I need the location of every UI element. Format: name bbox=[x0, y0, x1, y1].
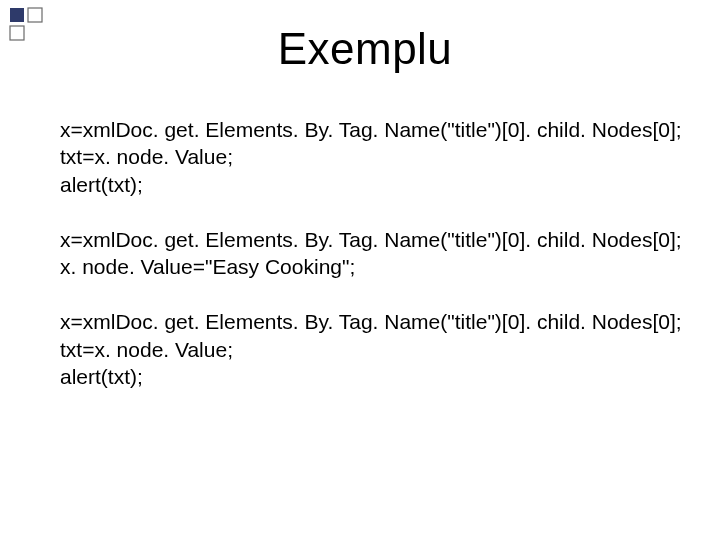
code-block-3: x=xmlDoc. get. Elements. By. Tag. Name("… bbox=[60, 308, 670, 390]
code-line: x=xmlDoc. get. Elements. By. Tag. Name("… bbox=[60, 226, 670, 253]
slide-title: Exemplu bbox=[60, 24, 670, 74]
slide-content: Exemplu x=xmlDoc. get. Elements. By. Tag… bbox=[0, 24, 720, 390]
code-line: alert(txt); bbox=[60, 363, 670, 390]
svg-rect-1 bbox=[28, 8, 42, 22]
svg-rect-0 bbox=[10, 8, 24, 22]
code-line: txt=x. node. Value; bbox=[60, 143, 670, 170]
corner-decoration-icon bbox=[8, 6, 48, 46]
code-block-2: x=xmlDoc. get. Elements. By. Tag. Name("… bbox=[60, 226, 670, 281]
code-line: alert(txt); bbox=[60, 171, 670, 198]
code-line: x=xmlDoc. get. Elements. By. Tag. Name("… bbox=[60, 116, 670, 143]
code-line: x. node. Value="Easy Cooking"; bbox=[60, 253, 670, 280]
svg-rect-2 bbox=[10, 26, 24, 40]
code-line: txt=x. node. Value; bbox=[60, 336, 670, 363]
code-block-1: x=xmlDoc. get. Elements. By. Tag. Name("… bbox=[60, 116, 670, 198]
code-line: x=xmlDoc. get. Elements. By. Tag. Name("… bbox=[60, 308, 670, 335]
